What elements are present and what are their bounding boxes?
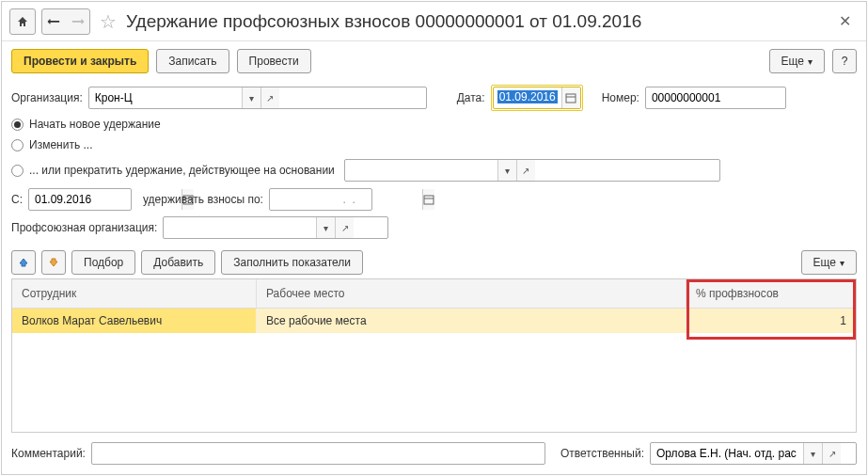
- radio-stop-label: ... или прекратить удержание, действующе…: [29, 164, 335, 177]
- cell-employee[interactable]: Волков Марат Савельевич: [12, 309, 257, 333]
- svg-rect-4: [424, 196, 434, 204]
- dropdown-icon[interactable]: ▾: [497, 160, 516, 181]
- help-button[interactable]: ?: [832, 49, 857, 73]
- calendar-icon[interactable]: [561, 87, 580, 108]
- pick-button[interactable]: Подбор: [71, 250, 135, 275]
- responsible-input[interactable]: [651, 443, 803, 464]
- org-field[interactable]: ▾ ↗: [88, 87, 427, 109]
- comment-field[interactable]: [91, 442, 545, 465]
- from-label: С:: [11, 193, 23, 206]
- col-percent[interactable]: % профвзносов: [687, 279, 856, 308]
- open-icon[interactable]: ↗: [335, 217, 354, 238]
- dropdown-icon[interactable]: ▾: [803, 443, 822, 464]
- cell-workplace[interactable]: Все рабочие места: [257, 309, 687, 333]
- basis-input[interactable]: [345, 160, 497, 181]
- table-row[interactable]: Волков Марат Савельевич Все рабочие мест…: [12, 309, 856, 333]
- post-and-close-button[interactable]: Провести и закрыть: [11, 49, 149, 73]
- number-field[interactable]: [645, 87, 786, 109]
- union-input[interactable]: [164, 217, 316, 238]
- cell-percent[interactable]: 1: [687, 309, 856, 333]
- table-more-button[interactable]: Еще: [801, 250, 857, 275]
- radio-change-label: Изменить ...: [29, 138, 92, 151]
- until-label: удерживать взносы по:: [143, 193, 263, 206]
- close-icon[interactable]: ✕: [831, 8, 859, 34]
- until-date-input[interactable]: [270, 189, 422, 210]
- employees-table[interactable]: Сотрудник Рабочее место % профвзносов Во…: [11, 278, 857, 433]
- open-icon[interactable]: ↗: [260, 87, 279, 108]
- org-input[interactable]: [89, 87, 242, 108]
- save-button[interactable]: Записать: [156, 49, 229, 73]
- more-button[interactable]: Еще: [769, 49, 825, 73]
- col-workplace[interactable]: Рабочее место: [257, 279, 687, 308]
- number-label: Номер:: [602, 91, 639, 104]
- union-label: Профсоюзная организация:: [11, 221, 157, 234]
- comment-label: Комментарий:: [11, 447, 86, 460]
- radio-icon[interactable]: [11, 165, 24, 177]
- calendar-icon[interactable]: [422, 189, 434, 210]
- fill-indicators-button[interactable]: Заполнить показатели: [221, 250, 363, 275]
- from-date-field[interactable]: [28, 188, 132, 211]
- back-icon[interactable]: 🠔: [42, 14, 66, 29]
- home-button[interactable]: [9, 8, 36, 35]
- comment-input[interactable]: [92, 443, 245, 464]
- add-button[interactable]: Добавить: [141, 250, 215, 275]
- post-button[interactable]: Провести: [237, 49, 311, 73]
- basis-field[interactable]: ▾ ↗: [344, 159, 720, 182]
- date-field[interactable]: 01.09.2016: [493, 87, 581, 109]
- until-date-field[interactable]: [269, 188, 372, 211]
- dropdown-icon[interactable]: ▾: [242, 87, 260, 108]
- move-up-button[interactable]: [11, 250, 36, 275]
- radio-new-label: Начать новое удержание: [29, 118, 161, 131]
- date-label: Дата:: [457, 91, 485, 104]
- page-title: Удержание профсоюзных взносов 0000000000…: [126, 11, 826, 32]
- radio-new-deduction[interactable]: Начать новое удержание: [11, 117, 857, 132]
- number-input[interactable]: [646, 87, 798, 108]
- responsible-field[interactable]: ▾ ↗: [650, 442, 857, 465]
- move-down-button[interactable]: [41, 250, 66, 275]
- forward-icon[interactable]: 🠖: [67, 14, 90, 29]
- responsible-label: Ответственный:: [560, 447, 644, 460]
- radio-stop[interactable]: ... или прекратить удержание, действующе…: [11, 158, 857, 182]
- open-icon[interactable]: ↗: [516, 160, 535, 181]
- radio-icon[interactable]: [11, 119, 24, 131]
- nav-back-forward[interactable]: 🠔 🠖: [41, 8, 90, 35]
- open-icon[interactable]: ↗: [822, 443, 841, 464]
- org-label: Организация:: [11, 91, 83, 104]
- dropdown-icon[interactable]: ▾: [316, 217, 335, 238]
- table-header: Сотрудник Рабочее место % профвзносов: [12, 279, 856, 309]
- union-field[interactable]: ▾ ↗: [163, 216, 388, 239]
- svg-rect-0: [566, 94, 576, 103]
- col-employee[interactable]: Сотрудник: [12, 279, 257, 308]
- date-value[interactable]: 01.09.2016: [497, 90, 558, 103]
- radio-change[interactable]: Изменить ...: [11, 137, 857, 152]
- radio-icon[interactable]: [11, 139, 24, 151]
- favorite-star-icon[interactable]: ☆: [96, 10, 120, 33]
